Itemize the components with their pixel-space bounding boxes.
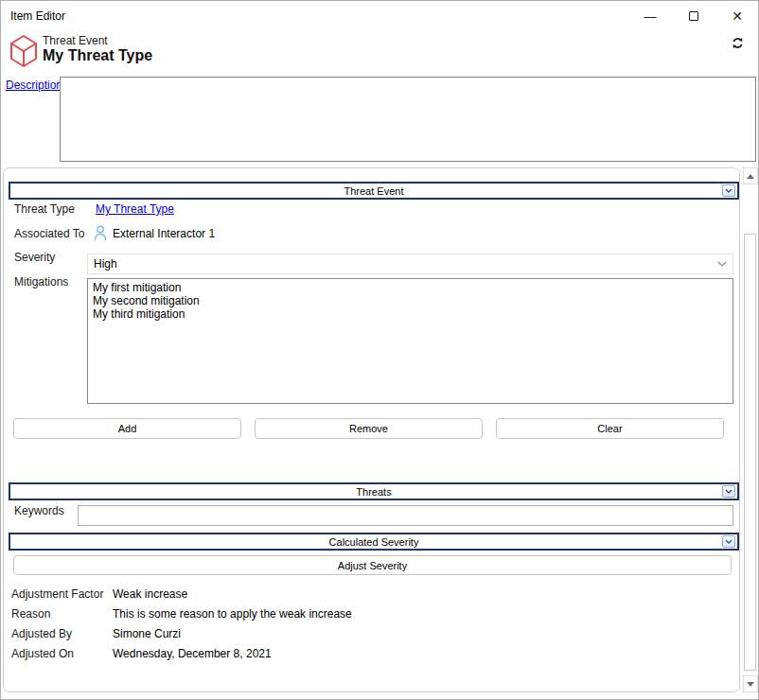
- item-name-heading: My Threat Type: [43, 47, 152, 64]
- refresh-icon: [731, 36, 745, 50]
- section-header-calculated-severity[interactable]: Calculated Severity: [9, 533, 739, 551]
- section-header-threats[interactable]: Threats: [9, 482, 739, 500]
- title-bar: Item Editor — ✕: [1, 1, 758, 31]
- threat-event-cube-icon: [9, 33, 39, 69]
- external-interactor-icon: [94, 225, 107, 241]
- refresh-button[interactable]: [728, 35, 747, 54]
- collapse-chevron-button[interactable]: [722, 535, 735, 548]
- reason-value: This is some reason to apply the weak in…: [113, 607, 352, 621]
- section-header-threat-event[interactable]: Threat Event: [9, 182, 739, 200]
- section-title: Threats: [356, 486, 391, 498]
- description-link[interactable]: Description: [6, 79, 62, 92]
- associated-to-label: Associated To: [14, 227, 85, 240]
- description-textarea[interactable]: [60, 77, 756, 162]
- adjustment-factor-label: Adjustment Factor: [11, 587, 103, 601]
- add-button[interactable]: Add: [13, 418, 241, 439]
- scroll-up-arrow-icon: [747, 174, 754, 179]
- item-editor-window: Item Editor — ✕ Threat Event My Threat T…: [0, 0, 759, 700]
- scroll-down-button[interactable]: [743, 675, 758, 692]
- collapse-chevron-button[interactable]: [722, 485, 735, 498]
- adjust-severity-button[interactable]: Adjust Severity: [13, 555, 732, 575]
- maximize-button[interactable]: [678, 3, 710, 29]
- close-icon: ✕: [732, 9, 743, 24]
- section-title: Calculated Severity: [329, 536, 419, 548]
- keywords-label: Keywords: [14, 504, 64, 517]
- mitigations-listbox[interactable]: My first mitigation My second mitigation…: [87, 278, 733, 404]
- window-title: Item Editor: [10, 9, 65, 23]
- item-header: Threat Event My Threat Type: [1, 31, 758, 73]
- adjusted-by-label: Adjusted By: [11, 627, 72, 640]
- maximize-icon: [689, 11, 698, 21]
- threat-type-label: Threat Type: [14, 202, 75, 216]
- keywords-input[interactable]: [78, 505, 733, 526]
- chevron-down-icon: [725, 489, 733, 494]
- adjustment-factor-value: Weak increase: [113, 587, 187, 601]
- combo-chevron-down-icon: [717, 261, 727, 267]
- list-item[interactable]: My second mitigation: [88, 294, 733, 307]
- severity-selected-value: High: [94, 257, 117, 271]
- chevron-down-icon: [725, 539, 733, 544]
- scroll-up-button[interactable]: [743, 167, 758, 184]
- item-type-label: Threat Event: [43, 34, 108, 47]
- adjusted-on-value: Wednesday, December 8, 2021: [113, 647, 272, 660]
- mitigations-label: Mitigations: [14, 275, 68, 289]
- clear-button[interactable]: Clear: [496, 418, 724, 439]
- section-title: Threat Event: [344, 185, 404, 197]
- severity-label: Severity: [14, 251, 55, 264]
- threat-type-link[interactable]: My Threat Type: [96, 202, 174, 216]
- remove-button[interactable]: Remove: [255, 418, 483, 439]
- minimize-button[interactable]: —: [634, 3, 666, 29]
- list-item[interactable]: My third mitigation: [88, 307, 733, 321]
- adjusted-on-label: Adjusted On: [11, 647, 74, 660]
- reason-label: Reason: [11, 607, 50, 621]
- close-button[interactable]: ✕: [721, 3, 753, 29]
- adjusted-by-value: Simone Curzi: [113, 627, 181, 640]
- scroll-down-arrow-icon: [747, 682, 754, 687]
- content-panel: Threat Event Threat Type My Threat Type …: [3, 167, 740, 692]
- collapse-chevron-button[interactable]: [722, 184, 735, 197]
- list-item[interactable]: My first mitigation: [88, 281, 733, 294]
- chevron-down-icon: [725, 188, 733, 193]
- scrollbar-thumb[interactable]: [744, 234, 756, 671]
- severity-combobox[interactable]: High: [87, 254, 733, 274]
- minimize-icon: —: [644, 9, 657, 24]
- vertical-scrollbar[interactable]: [743, 167, 758, 692]
- associated-to-value: External Interactor 1: [113, 227, 215, 240]
